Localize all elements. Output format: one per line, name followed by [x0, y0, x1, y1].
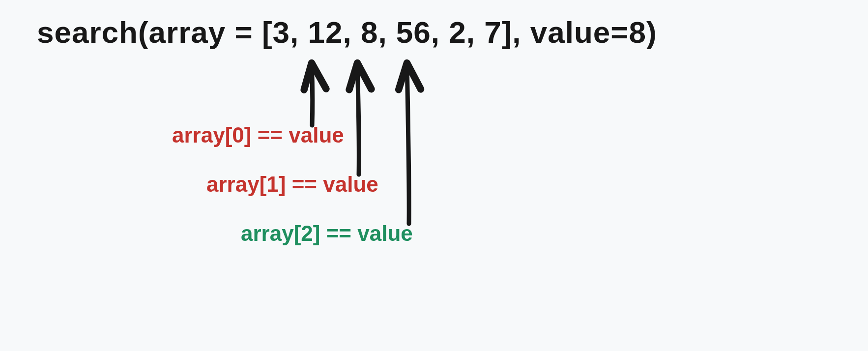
arrow-to-index-2	[407, 63, 409, 224]
comparison-step-2: array[2] == value	[241, 221, 413, 246]
function-call-headline: search(array = [3, 12, 8, 56, 2, 7], val…	[37, 15, 657, 50]
pointer-arrows	[0, 0, 868, 351]
comparison-step-0: array[0] == value	[172, 123, 344, 147]
arrow-to-index-0	[312, 63, 313, 125]
diagram-canvas: search(array = [3, 12, 8, 56, 2, 7], val…	[0, 0, 868, 351]
comparison-step-1: array[1] == value	[206, 172, 378, 197]
arrow-to-index-1	[357, 63, 359, 175]
